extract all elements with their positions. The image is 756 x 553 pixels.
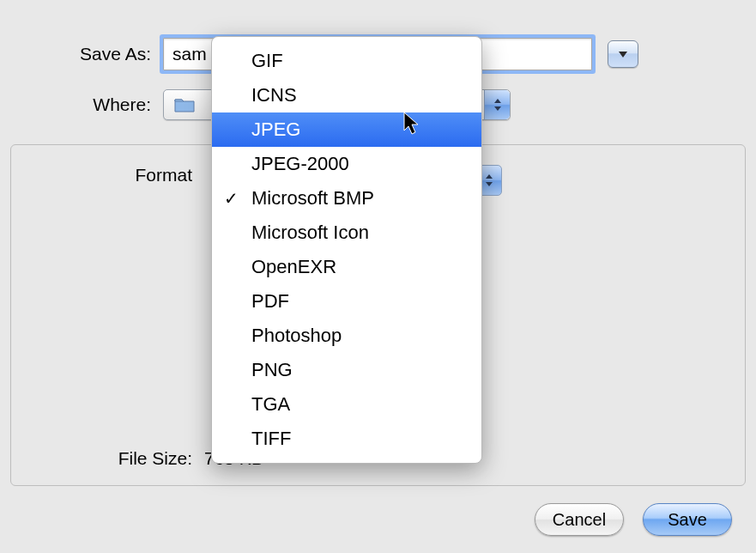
format-label: Format [65,165,192,185]
svg-marker-4 [486,182,493,186]
select-arrows-icon [484,90,510,119]
svg-marker-2 [494,106,501,111]
format-option-label: JPEG [251,118,300,140]
where-label: Where: [65,94,151,115]
save-dialog: Save As: Where: [0,0,756,553]
format-option[interactable]: ICNS [212,78,481,112]
svg-marker-1 [494,99,501,103]
format-option[interactable]: PDF [212,284,481,319]
format-option[interactable]: GIF [212,44,481,78]
format-option-label: PNG [251,359,293,380]
expand-location-button[interactable] [608,40,638,68]
folder-icon [172,95,197,114]
format-option-label: Photoshop [251,325,342,346]
format-option[interactable]: TGA [212,387,481,422]
format-option-label: JPEG-2000 [251,153,349,174]
format-option-label: PDF [251,290,289,312]
format-option[interactable]: ✓Microsoft BMP [212,181,481,216]
save-as-label: Save As: [65,44,151,64]
format-option[interactable]: TIFF [212,422,481,456]
format-option[interactable]: OpenEXR [212,250,481,284]
triangle-down-icon [617,50,629,58]
format-option-label: GIF [251,50,283,71]
select-arrows-icon [484,173,494,188]
format-option-label: ICNS [251,84,297,106]
format-option[interactable]: PNG [212,353,481,387]
format-dropdown-menu[interactable]: GIFICNSJPEGJPEG-2000✓Microsoft BMPMicros… [211,36,482,464]
dialog-buttons: Cancel Save [535,503,732,536]
cancel-button[interactable]: Cancel [535,503,624,536]
svg-marker-0 [619,52,627,58]
file-size-label: File Size: [65,448,192,469]
format-option[interactable]: Photoshop [212,319,481,353]
format-option-label: OpenEXR [251,256,336,277]
svg-marker-3 [486,174,493,179]
format-option[interactable]: JPEG [212,112,481,147]
checkmark-icon: ✓ [224,185,239,212]
format-option-label: TGA [251,393,290,415]
format-option[interactable]: JPEG-2000 [212,147,481,181]
format-option[interactable]: Microsoft Icon [212,216,481,250]
save-button[interactable]: Save [643,503,732,536]
format-option-label: TIFF [251,428,291,449]
format-option-label: Microsoft Icon [251,222,369,243]
format-option-label: Microsoft BMP [251,187,374,209]
